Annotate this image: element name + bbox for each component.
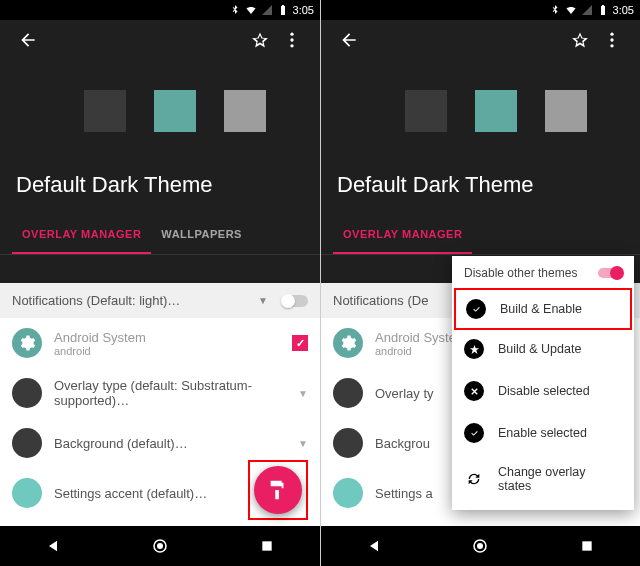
swatch-gray [545, 90, 587, 132]
toggle-off[interactable] [282, 295, 308, 307]
nav-bar [0, 526, 320, 566]
tab-overlay-manager[interactable]: OVERLAY MANAGER [12, 216, 151, 254]
swatch-circle-dark [12, 428, 42, 458]
disable-other-label: Disable other themes [464, 266, 577, 280]
svg-point-8 [610, 44, 613, 47]
popup-label: Change overlay states [498, 465, 622, 493]
popup-label: Build & Update [498, 342, 581, 356]
overflow-button[interactable] [596, 24, 628, 56]
wifi-icon [565, 4, 577, 16]
tab-wallpapers[interactable]: WALLPAPERS [151, 216, 252, 254]
svg-point-1 [290, 38, 293, 41]
row-android-system[interactable]: Android System android [0, 318, 320, 368]
swatch-circle-dark [12, 378, 42, 408]
popup-header: Disable other themes [452, 256, 634, 290]
check-down-icon [466, 299, 486, 319]
square-recents-icon [580, 539, 594, 553]
popup-change-states[interactable]: Change overlay states [452, 454, 634, 504]
bluetooth-icon [229, 4, 241, 16]
dropdown-label: Notifications (Default: light)… [12, 293, 252, 308]
row-title: Android System [54, 330, 292, 345]
theme-header: Default Dark Theme [321, 60, 640, 216]
swatch-teal [154, 90, 196, 132]
toggle-on[interactable] [598, 268, 622, 278]
svg-point-4 [157, 543, 163, 549]
overflow-button[interactable] [276, 24, 308, 56]
favorite-button[interactable] [564, 24, 596, 56]
tab-bar: OVERLAY MANAGER WALLPAPERS [0, 216, 320, 255]
row-system-accent-cut: System accent (default: match settings/ [321, 518, 640, 526]
square-recents-icon [260, 539, 274, 553]
nav-recents[interactable] [557, 539, 617, 553]
chevron-down-icon: ▼ [258, 295, 268, 306]
signal-off-icon [261, 4, 273, 16]
gear-icon [18, 334, 36, 352]
svg-point-10 [477, 543, 483, 549]
refresh-icon [464, 469, 484, 489]
swatch-circle-dark [333, 428, 363, 458]
row-sub: android [54, 345, 292, 357]
svg-point-0 [290, 33, 293, 36]
popup-enable-selected[interactable]: Enable selected [452, 412, 634, 454]
row-text: Android System android [54, 330, 292, 357]
svg-point-7 [610, 38, 613, 41]
svg-rect-5 [262, 541, 271, 550]
action-popup: Disable other themes Build & Enable Buil… [452, 256, 634, 510]
row-label: Background (default)… [54, 436, 298, 451]
notifications-dropdown[interactable]: Notifications (Default: light)… ▼ [0, 283, 320, 318]
star-outline-icon [570, 30, 590, 50]
close-circle-icon [464, 381, 484, 401]
popup-disable-selected[interactable]: Disable selected [452, 370, 634, 412]
back-button[interactable] [12, 24, 44, 56]
gear-avatar [12, 328, 42, 358]
wifi-icon [245, 4, 257, 16]
check-circle-icon [464, 423, 484, 443]
popup-label: Enable selected [498, 426, 587, 440]
swatch-dark [405, 90, 447, 132]
swatch-circle-dark [333, 378, 363, 408]
tab-bar: OVERLAY MANAGER [321, 216, 640, 255]
theme-title: Default Dark Theme [337, 172, 624, 198]
status-bar: 3:05 [321, 0, 640, 20]
more-vert-icon [602, 30, 622, 50]
svg-point-2 [290, 44, 293, 47]
nav-back[interactable] [23, 538, 83, 554]
signal-off-icon [581, 4, 593, 16]
nav-home[interactable] [130, 537, 190, 555]
favorite-button[interactable] [244, 24, 276, 56]
circle-home-icon [151, 537, 169, 555]
nav-recents[interactable] [237, 539, 297, 553]
status-time: 3:05 [613, 4, 634, 16]
nav-back[interactable] [344, 538, 404, 554]
circle-home-icon [471, 537, 489, 555]
screenshot-left: 3:05 Default Dark Theme OVERLAY MANAGER … [0, 0, 320, 566]
swatch-teal [475, 90, 517, 132]
nav-home[interactable] [450, 537, 510, 555]
checkbox-checked[interactable] [292, 335, 308, 351]
arrow-back-icon [339, 30, 359, 50]
popup-build-enable[interactable]: Build & Enable [454, 288, 632, 330]
arrow-back-icon [18, 30, 38, 50]
popup-build-update[interactable]: Build & Update [452, 328, 634, 370]
color-swatches [405, 90, 624, 132]
color-swatches [84, 90, 304, 132]
app-bar [0, 20, 320, 60]
svg-rect-11 [582, 541, 591, 550]
star-filled-icon [464, 339, 484, 359]
popup-label: Build & Enable [500, 302, 582, 316]
status-bar: 3:05 [0, 0, 320, 20]
row-label: Overlay type (default: Substratum-suppor… [54, 378, 298, 408]
bluetooth-icon [549, 4, 561, 16]
chevron-down-icon: ▼ [298, 388, 308, 399]
back-button[interactable] [333, 24, 365, 56]
fab-apply[interactable] [254, 466, 302, 514]
tab-overlay-manager[interactable]: OVERLAY MANAGER [333, 216, 472, 254]
swatch-gray [224, 90, 266, 132]
triangle-back-icon [45, 538, 61, 554]
swatch-circle-teal [12, 478, 42, 508]
status-time: 3:05 [293, 4, 314, 16]
row-overlay-type[interactable]: Overlay type (default: Substratum-suppor… [0, 368, 320, 418]
screenshot-right: 3:05 Default Dark Theme OVERLAY MANAGER … [320, 0, 640, 566]
paint-roller-icon [267, 479, 289, 501]
more-vert-icon [282, 30, 302, 50]
